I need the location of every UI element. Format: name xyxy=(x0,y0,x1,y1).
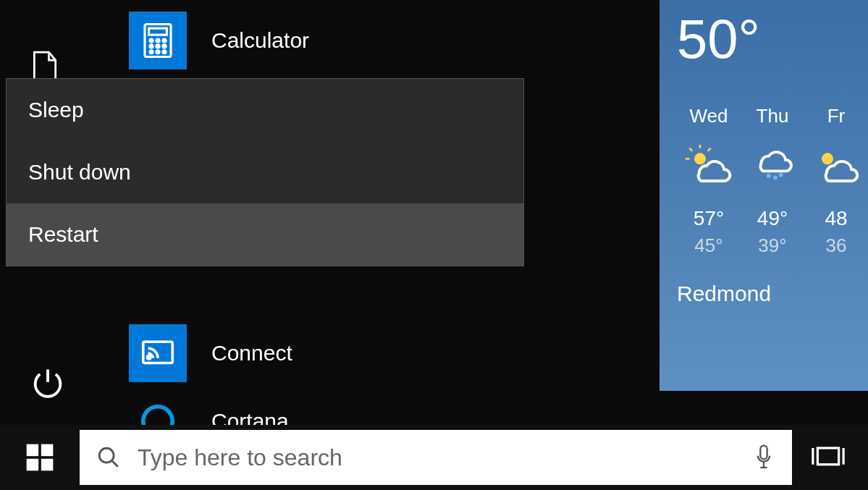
svg-point-20 xyxy=(773,176,778,180)
rain-icon xyxy=(741,140,804,187)
svg-line-17 xyxy=(689,148,692,151)
forecast-row: Wed 57° 45° Thu xyxy=(677,105,868,257)
day-low: 39° xyxy=(741,235,804,257)
app-label: Calculator xyxy=(211,28,309,53)
power-shutdown[interactable]: Shut down xyxy=(7,141,523,203)
search-placeholder: Type here to search xyxy=(138,444,342,471)
svg-rect-1 xyxy=(149,28,167,35)
svg-point-27 xyxy=(99,448,114,462)
forecast-day: Fr 48 36 xyxy=(804,105,868,257)
svg-point-8 xyxy=(150,51,153,54)
svg-line-18 xyxy=(708,148,711,151)
svg-point-14 xyxy=(694,153,706,164)
day-high: 49° xyxy=(741,207,804,230)
svg-rect-26 xyxy=(41,459,53,471)
svg-rect-23 xyxy=(27,444,38,457)
svg-rect-25 xyxy=(27,459,38,471)
partly-sunny-icon xyxy=(677,140,741,187)
forecast-day: Thu 49° 39° xyxy=(741,105,804,257)
start-button[interactable] xyxy=(0,425,80,490)
taskbar: Type here to search xyxy=(0,425,868,490)
svg-rect-29 xyxy=(760,446,767,460)
day-high: 48 xyxy=(804,207,868,230)
connect-icon xyxy=(129,324,187,382)
day-high: 57° xyxy=(677,207,741,230)
day-label: Wed xyxy=(677,105,741,127)
menu-label: Sleep xyxy=(28,98,84,122)
app-label: Connect xyxy=(211,341,292,366)
svg-point-9 xyxy=(156,51,159,54)
day-low: 45° xyxy=(677,235,741,257)
calculator-icon xyxy=(129,12,187,69)
svg-point-19 xyxy=(767,174,771,178)
forecast-day: Wed 57° 45° xyxy=(677,105,741,257)
svg-rect-24 xyxy=(41,444,53,457)
menu-label: Shut down xyxy=(28,160,131,185)
app-calculator[interactable]: Calculator xyxy=(129,12,309,69)
menu-label: Restart xyxy=(28,222,98,247)
power-sleep[interactable]: Sleep xyxy=(7,79,523,141)
search-icon xyxy=(80,445,138,470)
power-icon[interactable] xyxy=(29,365,67,405)
windows-icon xyxy=(24,442,56,473)
svg-point-2 xyxy=(150,39,153,42)
svg-point-6 xyxy=(156,45,159,48)
day-low: 36 xyxy=(804,235,868,257)
svg-point-7 xyxy=(163,45,166,48)
svg-point-22 xyxy=(822,153,833,164)
microphone-icon[interactable] xyxy=(736,443,792,472)
weather-city: Redmond xyxy=(677,282,868,306)
day-label: Fr xyxy=(804,105,868,127)
app-connect[interactable]: Connect xyxy=(129,324,292,382)
svg-rect-32 xyxy=(817,448,838,465)
svg-point-4 xyxy=(163,39,166,42)
svg-point-5 xyxy=(150,45,153,48)
partly-sunny-icon xyxy=(804,140,868,187)
svg-point-21 xyxy=(779,173,783,177)
svg-point-12 xyxy=(147,355,151,359)
day-label: Thu xyxy=(741,105,804,127)
power-menu: Sleep Shut down Restart xyxy=(6,78,524,266)
svg-line-28 xyxy=(111,460,118,467)
svg-point-3 xyxy=(156,39,159,42)
weather-tile[interactable]: 50° Wed 57° 45° Thu xyxy=(660,0,868,391)
current-temperature: 50° xyxy=(677,7,868,70)
svg-point-10 xyxy=(163,51,166,54)
power-restart[interactable]: Restart xyxy=(7,203,523,266)
task-view-button[interactable] xyxy=(792,425,864,490)
task-view-icon xyxy=(809,443,847,472)
search-box[interactable]: Type here to search xyxy=(80,430,792,485)
